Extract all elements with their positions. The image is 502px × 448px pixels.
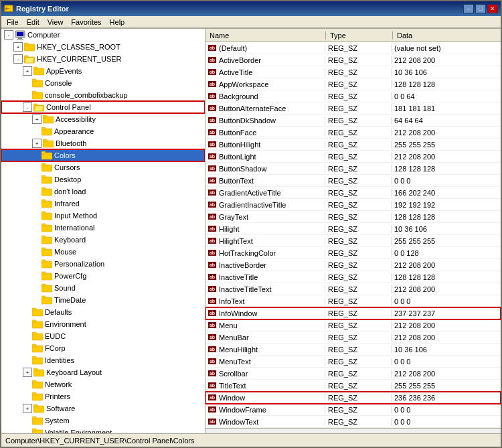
value-row[interactable]: ab InfoText REG_SZ 0 0 0 [205,295,501,307]
ab-badge: ab [208,346,216,352]
value-row[interactable]: ab Window REG_SZ 236 236 236 [205,392,501,404]
expand-btn-keyboard_layout[interactable]: + [23,368,32,377]
tree-item-system[interactable]: System [1,415,205,427]
expand-placeholder-identities [23,356,32,365]
tree-item-console_combofixbackup[interactable]: console_combofixbackup [1,89,205,101]
value-row[interactable]: ab MenuText REG_SZ 0 0 0 [205,356,501,368]
tree-item-defaults[interactable]: Defaults [1,306,205,318]
tree-item-bluetooth[interactable]: + Bluetooth [1,137,205,149]
expand-btn-hkey_current_user[interactable]: - [13,54,23,64]
value-row[interactable]: ab Menu REG_SZ 212 208 200 [205,319,501,331]
tree-item-printers[interactable]: Printers [1,390,205,402]
value-row[interactable]: ab ButtonDkShadow REG_SZ 64 64 64 [205,115,501,127]
tree-label-personalization: Personalization [54,260,104,268]
tree-item-dont_load[interactable]: don't load [1,185,205,198]
value-row[interactable]: ab HotTrackingColor REG_SZ 0 0 128 [205,247,501,259]
tree-label-console_combofixbackup: console_combofixbackup [45,91,128,99]
value-row[interactable]: ab (Default) REG_SZ (value not set) [205,42,501,54]
tree-item-identities[interactable]: Identities [1,354,205,366]
menu-view[interactable]: View [44,17,68,27]
ab-badge: ab [208,382,216,388]
value-row[interactable]: ab TitleText REG_SZ 255 255 255 [205,380,501,392]
maximize-button[interactable]: □ [475,4,486,13]
tree-item-environment[interactable]: Environment [1,318,205,330]
value-row[interactable]: ab MenuBar REG_SZ 212 208 200 [205,331,501,344]
value-row[interactable]: ab GradientActiveTitle REG_SZ 166 202 24… [205,187,501,199]
values-panel[interactable]: Name Type Data ab (Default) REG_SZ (valu… [205,28,501,433]
tree-item-hkey_current_user[interactable]: - HKEY_CURRENT_USER [1,53,205,65]
value-row[interactable]: ab ButtonHilight REG_SZ 255 255 255 [205,139,501,151]
tree-item-mouse[interactable]: Mouse [1,246,205,258]
value-row[interactable]: ab InfoWindow REG_SZ 237 237 237 [205,307,501,319]
value-row[interactable]: ab HilightText REG_SZ 255 255 255 [205,235,501,247]
value-row[interactable]: ab MenuHilight REG_SZ 10 36 106 [205,344,501,356]
tree-item-hkey_classes_root[interactable]: + HKEY_CLASSES_ROOT [1,41,205,53]
value-row[interactable]: ab ButtonShadow REG_SZ 128 128 128 [205,163,501,175]
tree-item-appevents[interactable]: + AppEvents [1,65,205,77]
value-row[interactable]: ab InactiveTitle REG_SZ 128 128 128 [205,271,501,283]
value-data: 255 255 255 [392,237,501,245]
expand-btn-accessibility[interactable]: + [32,115,41,124]
tree-item-personalization[interactable]: Personalization [1,258,205,270]
value-row[interactable]: ab Hilight REG_SZ 10 36 106 [205,223,501,235]
value-type: REG_SZ [325,261,392,269]
expand-btn-software[interactable]: + [23,404,32,413]
expand-btn-hkey_classes_root[interactable]: + [13,42,23,52]
menu-edit[interactable]: Edit [23,17,44,27]
tree-item-keyboard_layout[interactable]: + Keyboard Layout [1,366,205,378]
tree-item-colors[interactable]: Colors [1,149,205,161]
ab-badge: ab [208,202,216,208]
value-data: (value not set) [392,44,501,52]
value-data: 166 202 240 [392,189,501,197]
tree-item-volatile_environment[interactable]: Volatile Environment [1,427,205,433]
value-row[interactable]: ab GrayText REG_SZ 128 128 128 [205,211,501,223]
value-row[interactable]: ab ButtonLight REG_SZ 212 208 200 [205,151,501,163]
ab-badge: ab [208,334,216,340]
value-row[interactable]: ab Background REG_SZ 0 0 64 [205,90,501,102]
tree-item-computer[interactable]: - Computer [1,29,205,41]
value-row[interactable]: ab WindowText REG_SZ 0 0 0 [205,416,501,428]
tree-item-timedate[interactable]: TimeDate [1,294,205,306]
menu-favorites[interactable]: Favorites [67,17,105,27]
value-row[interactable]: ab WindowFrame REG_SZ 0 0 0 [205,404,501,416]
tree-item-fcorp[interactable]: FCorp [1,342,205,354]
expand-btn-bluetooth[interactable]: + [32,139,41,148]
folder-icon-console [32,78,43,88]
tree-item-accessibility[interactable]: + Accessibility [1,113,205,125]
expand-btn-control_panel[interactable]: - [23,102,32,112]
tree-item-powercfg[interactable]: PowerCfg [1,270,205,282]
expand-btn-computer[interactable]: - [4,30,13,40]
tree-item-cursors[interactable]: Cursors [1,161,205,173]
tree-item-input_method[interactable]: Input Method [1,210,205,222]
tree-item-international[interactable]: International [1,222,205,234]
value-row[interactable]: ab GradientInactiveTitle REG_SZ 192 192 … [205,199,501,211]
value-row[interactable]: ab AppWorkspace REG_SZ 128 128 128 [205,78,501,90]
tree-panel[interactable]: - Computer+ HKEY_CLASSES_ROOT- HKEY_CURR… [1,28,205,433]
value-type: REG_SZ [325,141,392,149]
tree-item-control_panel[interactable]: - Control Panel [1,101,205,113]
value-row[interactable]: ab ButtonFace REG_SZ 212 208 200 [205,127,501,139]
value-row[interactable]: ab ButtonAlternateFace REG_SZ 181 181 18… [205,102,501,115]
value-row[interactable]: ab ActiveBorder REG_SZ 212 208 200 [205,54,501,66]
tree-item-appearance[interactable]: Appearance [1,125,205,137]
tree-item-infrared[interactable]: Infrared [1,198,205,210]
minimize-button[interactable]: – [463,4,474,13]
tree-item-eudc[interactable]: EUDC [1,330,205,342]
tree-item-desktop[interactable]: Desktop [1,173,205,185]
tree-item-keyboard[interactable]: Keyboard [1,234,205,246]
close-button[interactable]: ✕ [487,4,498,13]
expand-btn-appevents[interactable]: + [23,66,32,76]
value-row[interactable]: ab ActiveTitle REG_SZ 10 36 106 [205,66,501,78]
value-row[interactable]: ab ButtonText REG_SZ 0 0 0 [205,175,501,187]
tree-item-software[interactable]: + Software [1,402,205,415]
menu-help[interactable]: Help [106,17,129,27]
menu-file[interactable]: File [3,17,23,27]
value-name: InactiveBorder [219,261,325,269]
tree-item-sound[interactable]: Sound [1,282,205,294]
value-name: (Default) [219,44,325,52]
value-row[interactable]: ab Scrollbar REG_SZ 212 208 200 [205,368,501,380]
tree-item-console[interactable]: Console [1,77,205,89]
value-row[interactable]: ab InactiveTitleText REG_SZ 212 208 200 [205,283,501,295]
value-row[interactable]: ab InactiveBorder REG_SZ 212 208 200 [205,259,501,271]
tree-item-network[interactable]: Network [1,378,205,390]
